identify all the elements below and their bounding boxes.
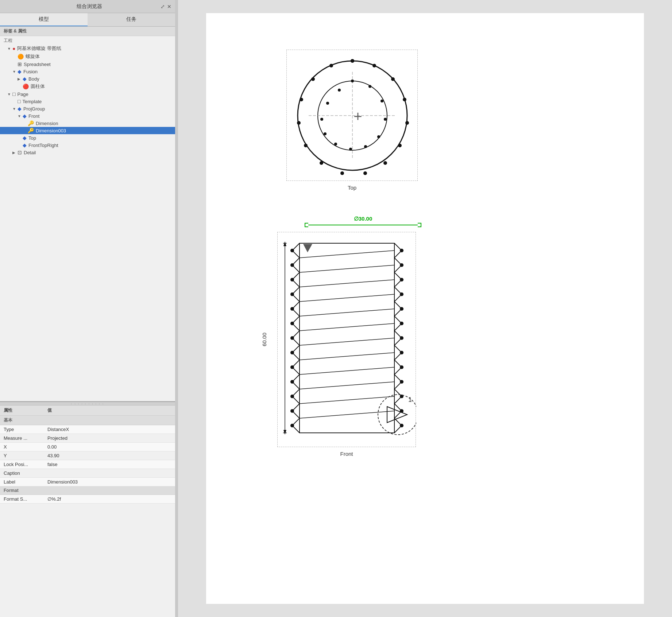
svg-point-29	[320, 118, 323, 121]
svg-point-30	[326, 102, 329, 105]
icon-page: □	[12, 91, 15, 97]
icon-template: □	[18, 98, 20, 104]
svg-line-43	[300, 309, 394, 316]
right-area: + Top ∅30.00	[178, 0, 672, 617]
svg-point-55	[290, 307, 294, 311]
left-panel: 组合浏览器 ⤢ ✕ 模型 任务 标签 & 属性 工程 ▼ ● 阿基米德螺旋 带图…	[0, 0, 175, 617]
svg-point-76	[400, 424, 403, 427]
svg-point-56	[290, 322, 294, 325]
svg-point-20	[351, 79, 354, 82]
svg-point-72	[400, 365, 403, 369]
tree-item-page[interactable]: ▼ □ Page	[0, 90, 175, 98]
top-view-label: Top	[348, 185, 356, 191]
tree-item-spiral[interactable]: 🟠 螺旋体	[0, 53, 175, 61]
dim-horizontal-container: ∅30.00	[286, 216, 440, 227]
svg-point-8	[405, 121, 409, 125]
svg-point-13	[320, 161, 323, 165]
icon-detail: ⊡	[18, 150, 22, 155]
svg-line-40	[300, 265, 394, 272]
svg-point-60	[290, 380, 294, 384]
front-view-box: 1 60.00 Front	[277, 232, 416, 447]
icon-front: ◆	[23, 113, 27, 119]
tree-item-spreadsheet[interactable]: ⊞ Spreadsheet	[0, 61, 175, 68]
prop-row-measure: Measure ... Projected	[0, 434, 175, 443]
svg-point-21	[368, 85, 371, 88]
tree-item-body[interactable]: ▶ ◆ Body	[0, 75, 175, 82]
svg-point-22	[381, 100, 383, 102]
svg-marker-37	[283, 430, 286, 435]
svg-line-42	[300, 294, 394, 302]
svg-line-49	[300, 396, 394, 404]
svg-point-61	[290, 395, 294, 398]
svg-point-11	[363, 171, 367, 175]
panel-title: 组合浏览器	[18, 3, 161, 10]
svg-point-7	[403, 98, 406, 101]
svg-marker-36	[283, 241, 286, 246]
tree-item-cylinder[interactable]: 🔴 圆柱体	[0, 82, 175, 90]
tab-task[interactable]: 任务	[88, 13, 175, 26]
expand-icon[interactable]: ⤢	[161, 4, 165, 9]
tree-item-fusion[interactable]: ▼ ◆ Fusion	[0, 68, 175, 75]
arrow-detail: ▶	[12, 151, 18, 155]
tab-bar: 模型 任务	[0, 13, 175, 27]
top-view-box: + Top	[286, 50, 418, 181]
svg-point-26	[349, 148, 352, 151]
svg-point-19	[351, 59, 354, 63]
tree-item-template[interactable]: □ Template	[0, 98, 175, 105]
svg-line-48	[300, 382, 394, 389]
icon-fusion: ◆	[18, 69, 22, 74]
prop-row-y: Y 43.90	[0, 451, 175, 460]
svg-point-31	[338, 89, 341, 92]
tree-item-detail[interactable]: ▶ ⊡ Detail	[0, 149, 175, 156]
arrow-projgroup: ▼	[12, 107, 18, 111]
svg-point-18	[329, 64, 333, 67]
col-value: 值	[44, 405, 175, 416]
svg-point-67	[400, 292, 403, 296]
icon-body: ◆	[23, 76, 27, 82]
svg-point-64	[400, 249, 403, 252]
drag-handle[interactable]: · · · · · · · · · ·	[0, 402, 175, 405]
svg-point-15	[297, 121, 301, 125]
svg-point-28	[324, 132, 327, 135]
prop-row-caption: Caption	[0, 469, 175, 478]
svg-point-70	[400, 336, 403, 340]
svg-point-62	[290, 409, 294, 413]
svg-point-63	[290, 424, 294, 427]
svg-rect-38	[300, 243, 394, 433]
arrow-fusion: ▼	[12, 70, 18, 74]
svg-line-46	[300, 353, 394, 360]
tree-item-dimension003[interactable]: 🔑 Dimension003	[0, 127, 175, 134]
svg-point-54	[290, 292, 294, 296]
svg-point-52	[290, 263, 294, 267]
arrow-front: ▼	[18, 114, 23, 118]
svg-line-50	[300, 411, 394, 418]
top-view-svg: +	[287, 50, 418, 181]
svg-point-53	[290, 278, 294, 282]
svg-point-65	[400, 263, 403, 267]
tree-item-root[interactable]: ▼ ● 阿基米德螺旋 带图纸	[0, 44, 175, 53]
icon-dimension: 🔑	[28, 120, 34, 126]
dim-vertical-label: 60.00	[261, 333, 267, 346]
group-format: Format	[0, 486, 175, 495]
svg-point-59	[290, 365, 294, 369]
svg-point-10	[383, 161, 387, 165]
tab-model[interactable]: 模型	[0, 13, 88, 26]
svg-point-12	[340, 171, 344, 175]
svg-line-44	[300, 323, 394, 331]
svg-marker-77	[303, 244, 312, 252]
tree-item-front[interactable]: ▼ ◆ Front	[0, 112, 175, 120]
prop-row-type: Type DistanceX	[0, 425, 175, 434]
close-icon[interactable]: ✕	[167, 4, 171, 9]
tree-item-fronttopright[interactable]: ◆ FrontTopRight	[0, 141, 175, 149]
svg-line-39	[300, 251, 394, 258]
svg-point-71	[400, 351, 403, 354]
svg-marker-79	[387, 407, 407, 423]
tree-item-dimension[interactable]: 🔑 Dimension	[0, 120, 175, 127]
arrow-page: ▼	[7, 92, 12, 96]
tree-item-top[interactable]: ◆ Top	[0, 134, 175, 141]
tree-item-projgroup[interactable]: ▼ ◆ ProjGroup	[0, 105, 175, 112]
svg-point-24	[377, 135, 380, 138]
icon-spreadsheet: ⊞	[18, 61, 22, 67]
title-bar: 组合浏览器 ⤢ ✕	[0, 0, 175, 13]
svg-point-68	[400, 307, 403, 311]
